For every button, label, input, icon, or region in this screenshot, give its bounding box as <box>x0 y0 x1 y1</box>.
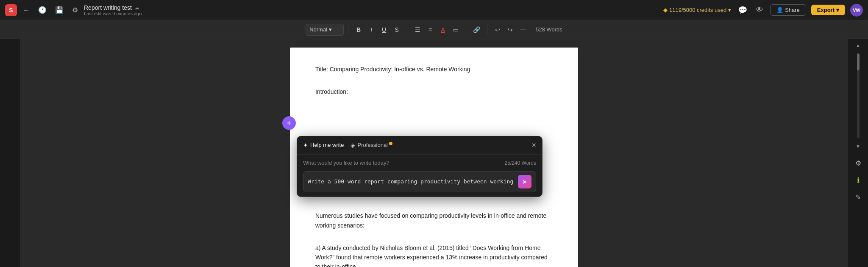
preview-button[interactable]: 👁 <box>754 4 765 16</box>
header-left: S ← 🕐 💾 ⚙ Report writing test ☁ Last edi… <box>5 4 663 16</box>
link-group: 🔗 <box>470 24 483 36</box>
scroll-down-button[interactable]: ▼ <box>856 143 861 149</box>
header-right: ◆ 1119/5000 credits used ▾ 💬 👁 👤 Share E… <box>663 4 863 17</box>
avatar: VW <box>850 4 863 17</box>
send-icon: ➤ <box>522 178 527 185</box>
share-button[interactable]: 👤 Share <box>770 4 806 16</box>
cloud-icon: ☁ <box>134 5 139 11</box>
redo-button[interactable]: ↪ <box>504 24 516 36</box>
doc-title-area: Report writing test ☁ Last edit was 0 mi… <box>84 4 142 16</box>
credits-button[interactable]: ◆ 1119/5000 credits used ▾ <box>663 7 731 13</box>
hmw-meta-row: What would you like to write today? 25/2… <box>303 159 536 168</box>
strikethrough-button[interactable]: S <box>391 24 403 36</box>
hmw-tab-write[interactable]: ✦ Help me write <box>303 141 344 150</box>
settings-button[interactable]: ⚙ <box>70 4 81 16</box>
hmw-popup: ✦ Help me write ◈ Professional × What wo… <box>297 136 542 197</box>
style-select[interactable]: Normal ▾ <box>306 24 344 36</box>
divider-2 <box>407 25 407 34</box>
word-count: 528 Words <box>536 26 562 33</box>
left-sidebar <box>0 39 20 267</box>
highlight-button[interactable]: ▭ <box>450 24 462 36</box>
chat-button[interactable]: 💬 <box>736 4 749 17</box>
text-color-button[interactable]: A <box>437 24 449 36</box>
hmw-placeholder: What would you like to write today? <box>303 159 389 168</box>
write-icon: ✦ <box>303 141 308 150</box>
hmw-input-row: ➤ <box>303 171 536 192</box>
save-button[interactable]: 💾 <box>53 4 66 16</box>
doc-title-line: Title: Comparing Productivity: In-office… <box>315 65 553 74</box>
logo-icon: S <box>5 4 17 16</box>
history-group: ↩ ↪ ⋯ <box>492 24 529 36</box>
doc-subtitle: Last edit was 0 minutes ago <box>84 11 142 16</box>
scroll-up-button[interactable]: ▲ <box>856 42 861 48</box>
toolbar: Normal ▾ B I U S ☰ ≡ A ▭ 🔗 ↩ ↪ ⋯ 528 Wor… <box>0 20 868 39</box>
right-icon-3[interactable]: ✎ <box>851 190 865 204</box>
doc-area[interactable]: + Title: Comparing Productivity: In-offi… <box>20 39 848 267</box>
align-button[interactable]: ≡ <box>424 24 436 36</box>
more-button[interactable]: ⋯ <box>517 24 529 36</box>
main-area: + Title: Comparing Productivity: In-offi… <box>0 39 868 267</box>
diamond-icon: ◆ <box>663 7 668 13</box>
hmw-body: What would you like to write today? 25/2… <box>297 155 542 197</box>
hmw-close-button[interactable]: × <box>531 141 536 149</box>
hmw-send-button[interactable]: ➤ <box>518 175 531 188</box>
list-group: ☰ ≡ A ▭ <box>412 24 462 36</box>
paper: + Title: Comparing Productivity: In-offi… <box>290 48 578 267</box>
add-block-button[interactable]: + <box>282 116 296 130</box>
hmw-input[interactable] <box>308 178 515 185</box>
header: S ← 🕐 💾 ⚙ Report writing test ☁ Last edi… <box>0 0 868 20</box>
right-sidebar: ▲ ▼ ⚙ ℹ ✎ <box>848 39 868 267</box>
underline-button[interactable]: U <box>378 24 390 36</box>
divider-4 <box>487 25 487 34</box>
doc-title: Report writing test ☁ <box>84 4 142 11</box>
hmw-tab-professional[interactable]: ◈ Professional <box>351 141 393 150</box>
bold-button[interactable]: B <box>353 24 364 36</box>
history-button[interactable]: 🕐 <box>36 4 49 16</box>
format-group: B I U S <box>353 24 403 36</box>
hmw-word-count: 25/240 Words <box>505 159 537 167</box>
scrollbar-thumb[interactable] <box>857 53 860 70</box>
export-button[interactable]: Export ▾ <box>811 5 845 15</box>
professional-dot <box>389 142 392 145</box>
undo-button[interactable]: ↩ <box>492 24 504 36</box>
doc-intro-label: Introduction: <box>315 87 553 96</box>
italic-button[interactable]: I <box>365 24 377 36</box>
divider-3 <box>466 25 466 34</box>
back-button[interactable]: ← <box>20 5 32 16</box>
section1-text: Numerous studies have focused on compari… <box>315 211 553 230</box>
list-button[interactable]: ☰ <box>412 24 423 36</box>
hmw-header: ✦ Help me write ◈ Professional × <box>297 136 542 155</box>
share-icon: 👤 <box>776 7 783 13</box>
divider-1 <box>348 25 348 34</box>
right-icon-1[interactable]: ⚙ <box>851 156 865 170</box>
style-group: Normal ▾ <box>306 24 344 36</box>
link-button[interactable]: 🔗 <box>470 24 483 36</box>
professional-icon: ◈ <box>351 141 355 150</box>
section1-study: a) A study conducted by Nicholas Bloom e… <box>315 243 553 267</box>
scrollbar-track <box>857 53 860 138</box>
right-icon-2[interactable]: ℹ <box>851 173 865 187</box>
